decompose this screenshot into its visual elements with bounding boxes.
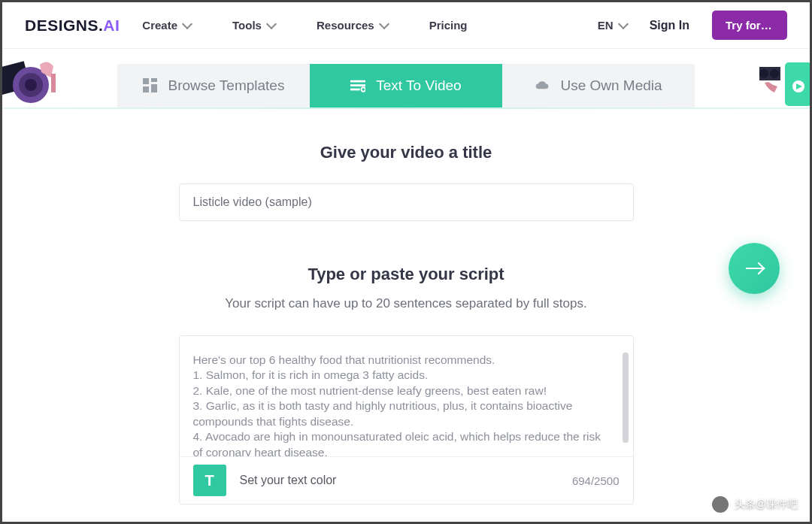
svg-rect-14	[143, 86, 149, 92]
tab-browse-label: Browse Templates	[168, 77, 285, 94]
script-box: Here's our top 6 healthy food that nutri…	[179, 335, 634, 504]
language-selector[interactable]: EN	[598, 19, 627, 32]
logo-accent: AI	[103, 17, 120, 34]
cloud-upload-icon	[535, 78, 550, 93]
watermark: 头条@课件吧	[712, 496, 798, 513]
logo-text: DESIGNS.	[25, 17, 103, 34]
header-right: EN Sign In Try for fr...	[598, 11, 787, 40]
video-title-input[interactable]: Listicle video (sample)	[179, 183, 634, 221]
nav-resources-label: Resources	[317, 19, 374, 32]
svg-rect-11	[143, 78, 149, 84]
text-color-label: Set your text color	[240, 474, 337, 487]
svg-rect-16	[350, 84, 365, 86]
content-area: Give your video a title Listicle video (…	[2, 109, 810, 504]
try-free-button[interactable]: Try for fr...	[712, 11, 787, 40]
decor-illustration-left	[0, 51, 81, 111]
svg-point-9	[759, 69, 768, 78]
tab-ttv-label: Text To Video	[376, 77, 461, 94]
header-bar: DESIGNS.AI Create Tools Resources Pricin…	[2, 2, 810, 49]
text-color-row: T Set your text color 694/2500	[180, 456, 633, 504]
svg-rect-17	[350, 89, 360, 91]
tab-own-media-label: Use Own Media	[560, 77, 662, 94]
tab-text-to-video[interactable]: Text To Video	[310, 64, 502, 108]
nav-tools[interactable]: Tools	[232, 19, 275, 32]
svg-point-18	[362, 87, 365, 91]
text-color-swatch[interactable]: T	[193, 465, 226, 496]
svg-rect-12	[151, 78, 157, 82]
chevron-down-icon	[379, 18, 389, 29]
nav-tools-label: Tools	[232, 19, 262, 32]
script-heading: Type or paste your script	[2, 265, 810, 284]
nav-pricing[interactable]: Pricing	[429, 19, 468, 32]
chevron-down-icon	[618, 18, 629, 29]
language-label: EN	[598, 19, 614, 32]
text-lines-icon	[350, 78, 365, 93]
svg-point-3	[25, 79, 37, 91]
title-heading: Give your video a title	[2, 143, 810, 162]
grid-icon	[143, 78, 158, 93]
svg-rect-15	[350, 80, 365, 83]
script-textarea[interactable]: Here's our top 6 healthy food that nutri…	[180, 336, 633, 456]
char-count: 694/2500	[572, 474, 620, 487]
svg-rect-13	[151, 84, 157, 92]
svg-rect-4	[51, 74, 56, 92]
nav-menu: Create Tools Resources Pricing	[142, 19, 467, 32]
logo[interactable]: DESIGNS.AI	[25, 17, 120, 35]
signin-link[interactable]: Sign In	[650, 19, 689, 32]
script-subtitle: Your script can have up to 20 sentences …	[2, 296, 810, 311]
tabs-container: Browse Templates Text To Video Use Own M…	[2, 64, 810, 108]
nav-resources[interactable]: Resources	[317, 19, 388, 32]
watermark-icon	[712, 496, 729, 513]
title-input-value: Listicle video (sample)	[193, 195, 312, 209]
nav-create-label: Create	[142, 19, 177, 32]
tab-own-media[interactable]: Use Own Media	[502, 64, 695, 108]
nav-create[interactable]: Create	[142, 19, 191, 32]
tab-browse-templates[interactable]: Browse Templates	[117, 64, 310, 108]
decor-illustration-right	[753, 49, 812, 109]
chevron-down-icon	[182, 18, 192, 29]
next-button[interactable]	[729, 243, 780, 294]
chevron-down-icon	[266, 18, 277, 29]
svg-point-10	[770, 69, 779, 78]
arrow-right-icon	[746, 268, 762, 269]
watermark-text: 头条@课件吧	[735, 498, 798, 511]
nav-pricing-label: Pricing	[429, 19, 468, 32]
